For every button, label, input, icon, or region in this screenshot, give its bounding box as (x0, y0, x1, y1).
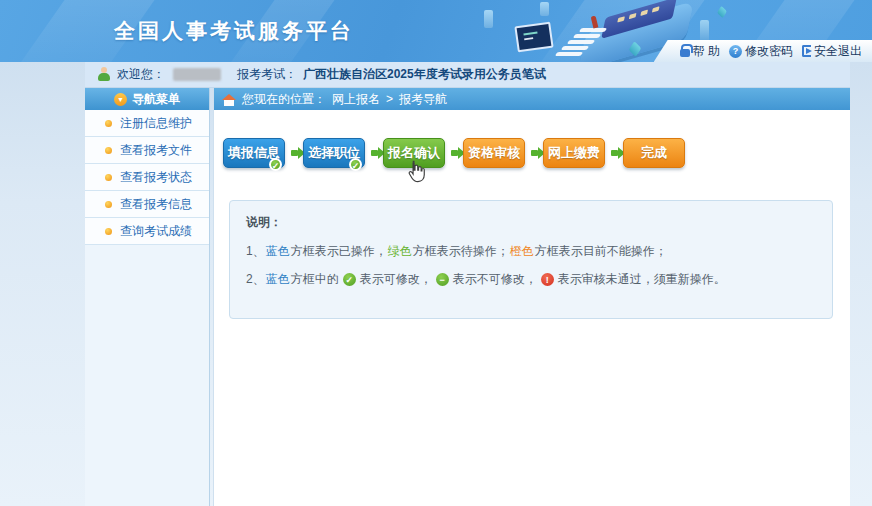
breadcrumb-prefix: 您现在的位置： (242, 91, 326, 108)
green-word: 绿色 (388, 243, 412, 260)
step-qualification-review-button[interactable]: 资格审核 (463, 138, 525, 168)
exit-icon (802, 45, 811, 57)
arrow-icon (605, 150, 623, 156)
step-label: 网上缴费 (548, 144, 600, 162)
redacted-username (173, 68, 221, 81)
sidebar-item-application-info[interactable]: 查看报考信息 (85, 191, 209, 218)
notice-line-2: 2、 蓝色 方框中的 ✓ 表示可修改， − 表示不可修改， ! 表示审核未通过，… (246, 271, 816, 288)
cursor-hand-icon (404, 160, 426, 184)
exam-label: 报考考试： (237, 66, 297, 83)
bullet-icon (105, 174, 112, 181)
site-title: 全国人事考试服务平台 (114, 17, 354, 45)
sidebar-item-label: 查询考试成绩 (120, 223, 192, 240)
notice-line-1: 1、 蓝色 方框表示已操作， 绿色 方框表示待操作； 橙色 方框表示目前不能操作… (246, 243, 816, 260)
step-flow: 填报信息 ✓ 选择职位 ✓ 报名确认 资格审核 网上缴费 (223, 138, 850, 168)
sidebar-title: 导航菜单 (132, 91, 180, 108)
check-badge-icon: ✓ (349, 158, 362, 171)
bullet-icon (105, 228, 112, 235)
sidebar-header: ▼ 导航菜单 (85, 88, 209, 110)
sidebar-item-registration-info[interactable]: 注册信息维护 (85, 110, 209, 137)
page: 全国人事考试服务平台 帮 助 ? 修改密码 安全退出 欢迎您： 报考考试： 广西… (0, 0, 872, 506)
change-password-link[interactable]: ? 修改密码 (729, 43, 793, 60)
breadcrumb-separator: > (386, 92, 393, 106)
notice-title: 说明： (246, 214, 816, 231)
bullet-icon (105, 201, 112, 208)
arrow-icon (365, 150, 383, 156)
arrow-icon (285, 150, 303, 156)
minus-circle-icon: − (436, 273, 449, 286)
quick-links: 帮 助 ? 修改密码 安全退出 (654, 40, 872, 62)
change-password-label: 修改密码 (745, 43, 793, 60)
home-icon (222, 94, 236, 106)
user-icon (97, 67, 111, 82)
breadcrumb: 您现在的位置： 网上报名 > 报考导航 (214, 88, 850, 110)
greeting-label: 欢迎您： (117, 66, 165, 83)
step-complete-button[interactable]: 完成 (623, 138, 685, 168)
logout-label: 安全退出 (814, 43, 862, 60)
notice-box: 说明： 1、 蓝色 方框表示已操作， 绿色 方框表示待操作； 橙色 方框表示目前… (229, 200, 833, 319)
step-fill-info-button[interactable]: 填报信息 ✓ (223, 138, 285, 168)
illustration-screen (514, 22, 553, 53)
arrow-icon (525, 150, 543, 156)
sidebar-item-label: 查看报考文件 (120, 142, 192, 159)
help-link[interactable]: 帮 助 (680, 43, 720, 60)
sidebar-item-exam-scores[interactable]: 查询考试成绩 (85, 218, 209, 245)
welcome-bar: 欢迎您： 报考考试： 广西壮族自治区2025年度考试录用公务员笔试 (85, 62, 850, 88)
sidebar-item-exam-documents[interactable]: 查看报考文件 (85, 137, 209, 164)
breadcrumb-section[interactable]: 网上报名 (332, 91, 380, 108)
alert-circle-icon: ! (541, 273, 554, 286)
question-icon: ? (729, 45, 742, 58)
arrow-icon (445, 150, 463, 156)
help-link-label: 帮 助 (693, 43, 720, 60)
sidebar-item-label: 查看报考信息 (120, 196, 192, 213)
blue-word: 蓝色 (266, 271, 290, 288)
step-label: 完成 (641, 144, 667, 162)
check-circle-icon: ✓ (343, 273, 356, 286)
blue-word: 蓝色 (266, 243, 290, 260)
chevron-down-icon: ▼ (114, 93, 127, 106)
step-label: 资格审核 (468, 144, 520, 162)
logout-link[interactable]: 安全退出 (802, 43, 862, 60)
exam-name: 广西壮族自治区2025年度考试录用公务员笔试 (303, 66, 546, 83)
main-content: 您现在的位置： 网上报名 > 报考导航 填报信息 ✓ 选择职位 ✓ 报名确认 (213, 88, 850, 506)
orange-word: 橙色 (510, 243, 534, 260)
step-confirm-registration-button[interactable]: 报名确认 (383, 138, 445, 168)
sidebar-item-application-status[interactable]: 查看报考状态 (85, 164, 209, 191)
top-banner: 全国人事考试服务平台 帮 助 ? 修改密码 安全退出 (0, 0, 872, 62)
sidebar-item-label: 注册信息维护 (120, 115, 192, 132)
sidebar: ▼ 导航菜单 注册信息维护 查看报考文件 查看报考状态 查看报考信息 查询考试成… (85, 88, 210, 506)
sidebar-item-label: 查看报考状态 (120, 169, 192, 186)
breadcrumb-current: 报考导航 (399, 91, 447, 108)
bullet-icon (105, 120, 112, 127)
bullet-icon (105, 147, 112, 154)
step-online-payment-button[interactable]: 网上缴费 (543, 138, 605, 168)
illustration-figure (591, 16, 599, 29)
check-badge-icon: ✓ (269, 158, 282, 171)
step-select-position-button[interactable]: 选择职位 ✓ (303, 138, 365, 168)
lock-icon (680, 49, 690, 57)
